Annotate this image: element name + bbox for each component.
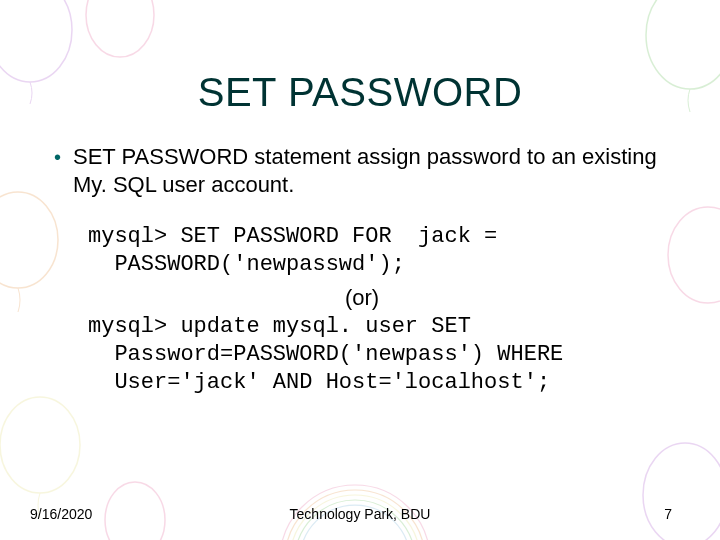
- bullet-text: SET PASSWORD statement assign password t…: [73, 143, 670, 199]
- slide-title: SET PASSWORD: [50, 70, 670, 115]
- slide-body: • SET PASSWORD statement assign password…: [50, 143, 670, 397]
- slide-footer: 9/16/2020 Technology Park, BDU 7: [0, 506, 720, 522]
- or-separator: (or): [54, 285, 670, 311]
- code-line: Password=PASSWORD('newpass') WHERE: [114, 342, 563, 367]
- code-example-1: mysql> SET PASSWORD FOR jack = PASSWORD(…: [54, 223, 670, 279]
- code-line: mysql> SET PASSWORD FOR jack =: [88, 224, 497, 249]
- bullet-item: • SET PASSWORD statement assign password…: [54, 143, 670, 199]
- code-line: mysql> update mysql. user SET: [88, 314, 471, 339]
- code-line: PASSWORD('newpasswd');: [114, 252, 404, 277]
- footer-org: Technology Park, BDU: [290, 506, 431, 522]
- code-line: User='jack' AND Host='localhost';: [114, 370, 550, 395]
- footer-page-number: 7: [664, 506, 672, 522]
- bullet-icon: •: [54, 143, 61, 171]
- slide-container: SET PASSWORD • SET PASSWORD statement as…: [0, 0, 720, 540]
- code-example-2: mysql> update mysql. user SET Password=P…: [54, 313, 670, 397]
- footer-date: 9/16/2020: [30, 506, 92, 522]
